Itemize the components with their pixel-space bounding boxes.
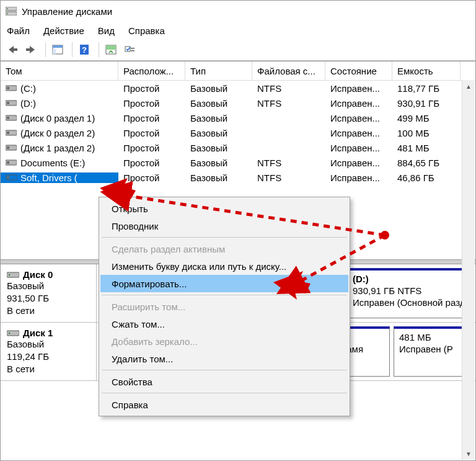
partition[interactable]: 481 МБИсправен (Р [394, 326, 468, 377]
volume-layout: Простой [118, 83, 185, 94]
partition-title: (D:) [353, 273, 462, 285]
window-title: Управление дисками [22, 6, 112, 17]
col-volume[interactable]: Том [1, 61, 118, 80]
volume-status: Исправен... [325, 113, 392, 123]
volume-type: Базовый [185, 98, 252, 109]
volume-capacity: 481 МБ [392, 143, 461, 153]
volume-row[interactable]: Documents (E:)ПростойБазовыйNTFSИсправен… [1, 155, 475, 170]
ctx-extend: Расширить том... [100, 298, 348, 315]
menu-file[interactable]: Файл [7, 25, 30, 36]
volume-capacity: 884,65 ГБ [392, 158, 461, 168]
volume-fs: NTFS [252, 98, 325, 109]
ctx-delete[interactable]: Удалить том... [100, 350, 348, 367]
disk-state: В сети [7, 363, 90, 375]
disk-name: Диск 1 [23, 328, 53, 338]
disk-label[interactable]: Диск 1Базовый119,24 ГБВ сети [1, 323, 97, 380]
disk-type: Базовый [7, 280, 90, 292]
volume-layout: Простой [118, 113, 185, 123]
volume-row[interactable]: (Диск 0 раздел 1)ПростойБазовыйИсправен.… [1, 110, 475, 125]
ctx-format[interactable]: Форматировать... [100, 275, 348, 292]
menu-action[interactable]: Действие [43, 25, 84, 36]
svg-point-33 [9, 332, 10, 333]
col-type[interactable]: Тип [185, 61, 252, 80]
volume-status: Исправен... [325, 83, 392, 94]
volume-row[interactable]: (C:)ПростойБазовыйNTFSИсправен...118,77 … [1, 81, 475, 96]
view-top-button[interactable] [103, 42, 119, 58]
volume-name: (Диск 0 раздел 2) [20, 128, 95, 138]
volume-row[interactable]: Soft, Drivers (ПростойБазовыйNTFSИсправе… [1, 170, 475, 185]
col-status[interactable]: Состояние [325, 61, 392, 80]
volume-layout: Простой [118, 158, 185, 168]
ctx-mark-active: Сделать раздел активным [100, 240, 348, 257]
toolbar-separator [99, 42, 99, 57]
col-fs[interactable]: Файловая с... [252, 61, 325, 80]
ctx-open[interactable]: Открыть [100, 200, 348, 217]
menubar: Файл Действие Вид Справка [1, 22, 475, 39]
volume-list-header: Том Располож... Тип Файловая с... Состоя… [1, 61, 475, 81]
ctx-change-letter[interactable]: Изменить букву диска или путь к диску... [100, 257, 348, 275]
svg-rect-4 [13, 48, 17, 51]
disk-label[interactable]: Диск 0Базовый931,50 ГБВ сети [1, 264, 97, 322]
col-layout[interactable]: Располож... [118, 61, 185, 80]
col-capacity[interactable]: Емкость [392, 61, 461, 80]
volume-layout: Простой [118, 172, 185, 183]
volume-row[interactable]: (Диск 1 раздел 2)ПростойБазовыйИсправен.… [1, 140, 475, 155]
show-hide-console-button[interactable] [50, 42, 66, 58]
volume-fs: NTFS [252, 172, 325, 183]
volume-type: Базовый [185, 128, 252, 138]
svg-rect-12 [106, 45, 116, 50]
svg-point-31 [9, 274, 10, 275]
svg-rect-27 [7, 161, 9, 164]
volume-type: Базовый [185, 158, 252, 168]
volume-layout: Простой [118, 128, 185, 138]
volume-row[interactable]: (Диск 0 раздел 2)ПростойБазовыйИсправен.… [1, 125, 475, 140]
volume-row[interactable]: (D:)ПростойБазовыйNTFSИсправен...930,91 … [1, 96, 475, 110]
disk-size: 931,50 ГБ [7, 292, 90, 305]
disk-icon [7, 329, 19, 338]
volume-status: Исправен... [325, 98, 392, 109]
toolbar-separator [45, 42, 46, 57]
view-settings-button[interactable] [121, 42, 138, 58]
volume-list-body: (C:)ПростойБазовыйNTFSИсправен...118,77 … [1, 81, 475, 185]
titlebar: Управление дисками [1, 1, 475, 22]
volume-name: (Диск 1 раздел 2) [20, 143, 95, 153]
scroll-down-icon[interactable]: ▼ [462, 447, 475, 460]
partition-size: 481 МБ [399, 331, 462, 343]
nav-back-button[interactable] [4, 42, 20, 58]
volume-capacity: 118,77 ГБ [392, 83, 461, 94]
ctx-help[interactable]: Справка [100, 396, 348, 413]
disk-size: 119,24 ГБ [7, 351, 90, 363]
toolbar-separator [72, 42, 73, 57]
volume-layout: Простой [118, 143, 185, 153]
volume-status: Исправен... [325, 172, 392, 183]
volume-capacity: 100 МБ [392, 128, 461, 138]
volume-name: (C:) [20, 83, 36, 94]
volume-capacity: 46,86 ГБ [392, 172, 461, 183]
toolbar: ? [1, 39, 475, 61]
volume-capacity: 499 МБ [392, 113, 461, 123]
partition[interactable]: (D:)930,91 ГБ NTFSИсправен (Основной раз… [347, 268, 468, 318]
volume-layout: Простой [118, 98, 185, 109]
nav-forward-button[interactable] [23, 42, 39, 58]
vertical-scrollbar[interactable]: ▲ ▼ [462, 80, 475, 460]
volume-fs: NTFS [252, 158, 325, 168]
volume-fs: NTFS [252, 83, 325, 94]
disk-management-window: Управление дисками Файл Действие Вид Спр… [0, 0, 476, 461]
menu-view[interactable]: Вид [98, 25, 115, 36]
volume-type: Базовый [185, 172, 252, 183]
svg-rect-8 [53, 49, 56, 54]
svg-rect-17 [7, 87, 9, 89]
svg-rect-25 [7, 146, 9, 149]
svg-text:?: ? [82, 45, 87, 55]
ctx-shrink[interactable]: Сжать том... [100, 315, 348, 333]
svg-point-3 [7, 13, 8, 14]
ctx-explorer[interactable]: Проводник [100, 217, 348, 235]
disk-icon [7, 271, 19, 279]
volume-name: Documents (E:) [20, 158, 85, 168]
help-button[interactable]: ? [76, 42, 92, 58]
svg-rect-14 [131, 48, 134, 49]
menu-help[interactable]: Справка [128, 25, 165, 36]
svg-rect-19 [7, 102, 9, 104]
scroll-up-icon[interactable]: ▲ [462, 80, 475, 92]
ctx-properties[interactable]: Свойства [100, 373, 348, 390]
